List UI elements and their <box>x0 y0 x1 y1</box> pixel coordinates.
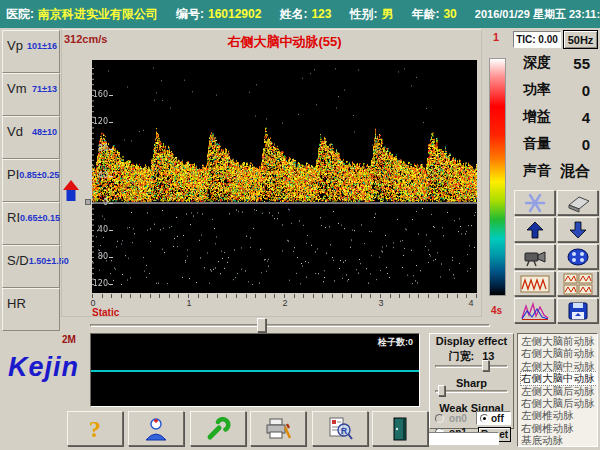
vd-cell: Vd 48±10 <box>2 116 60 159</box>
spectrum-peaks-icon <box>520 301 550 321</box>
page-indicator: 1 <box>493 31 499 43</box>
on0-radio[interactable] <box>435 414 444 423</box>
vm-cell: Vm 71±13 <box>2 73 60 116</box>
vm-label: Vm <box>7 81 27 96</box>
spectrum-analysis-button[interactable] <box>514 298 555 323</box>
sd-cell: S/D 1.50±1.50 <box>2 245 60 288</box>
vd-value: 48±10 <box>32 124 57 137</box>
pi-value: 0.85±0.25 <box>19 167 59 180</box>
age-label: 年龄: <box>411 6 439 23</box>
svg-text:?: ? <box>89 416 101 442</box>
gain-value: 4 <box>582 109 590 126</box>
eraser-icon <box>565 193 591 213</box>
datetime: 2016/01/29 星期五 23:11:54 <box>475 7 600 22</box>
printer-icon <box>263 416 293 442</box>
artery-item[interactable]: 左侧大脑前动脉 <box>521 335 597 347</box>
patient-name-label: 姓名: <box>279 6 307 23</box>
tools-button[interactable] <box>190 411 246 446</box>
single-trace-icon <box>520 274 550 294</box>
freeze-button[interactable] <box>514 190 555 215</box>
print-button[interactable] <box>250 411 306 446</box>
patient-id-label: 编号: <box>176 6 204 23</box>
doctor-icon <box>142 416 170 442</box>
mmode-label: 2M <box>62 334 76 345</box>
x-tick-3: 3 <box>375 298 387 308</box>
depth-down-button[interactable] <box>557 217 598 242</box>
baseline-knob[interactable] <box>85 199 91 205</box>
arrow-up-icon <box>525 220 545 240</box>
x-tick-1: 1 <box>183 298 195 308</box>
film-reel-icon <box>565 246 591 268</box>
video-camera-icon <box>522 247 548 267</box>
gain-row: 增益 4 <box>515 106 598 128</box>
artery-item[interactable]: 右侧大脑中动脉 <box>521 372 597 384</box>
hr-label: HR <box>7 296 26 311</box>
static-status-label: Static <box>92 307 119 318</box>
weak-signal-on0[interactable]: on0 <box>435 412 467 424</box>
artery-item[interactable]: 左侧大脑中动脉 <box>521 360 597 372</box>
filter-frequency-button[interactable]: 50Hz <box>563 30 598 49</box>
emboli-monitor-panel: 栓子数:0 <box>90 333 420 407</box>
hospital-label: 医院: <box>6 6 34 23</box>
volume-value: 0 <box>582 136 590 153</box>
sd-label: S/D <box>7 253 29 268</box>
gender-label: 性别: <box>349 6 377 23</box>
off-radio[interactable] <box>480 414 489 423</box>
x-tick-4: 4 <box>465 298 477 308</box>
sound-value: 混合 <box>560 162 590 181</box>
doppler-spectrum-canvas[interactable] <box>92 60 477 293</box>
exit-door-icon <box>390 416 410 442</box>
artery-item[interactable]: 左侧大脑后动脉 <box>521 385 597 397</box>
artery-list[interactable]: 左侧大脑前动脉 右侧大脑前动脉 左侧大脑中动脉 右侧大脑中动脉 左侧大脑后动脉 … <box>517 333 598 447</box>
display-effect-title: Display effect <box>430 334 513 347</box>
display-effect-panel: Display effect 门宽: 13 Sharp Weak Signal … <box>429 333 514 429</box>
camera-button[interactable] <box>514 244 555 269</box>
on0-label: on0 <box>449 413 467 424</box>
report-review-button[interactable]: R <box>312 411 368 446</box>
off-label: off <box>491 413 504 424</box>
spectrum-title: 右侧大脑中动脉(55) <box>92 33 477 51</box>
artery-item[interactable]: 右侧椎动脉 <box>521 422 597 434</box>
x-tick-2: 2 <box>279 298 291 308</box>
gate-width-label: 门宽: <box>449 350 475 362</box>
gate-width-thumb[interactable] <box>482 360 489 371</box>
message-field <box>428 432 499 445</box>
sound-row: 声音 混合 <box>515 160 598 182</box>
tcd-application-window: 医院: 南京科进实业有限公司 编号: 16012902 姓名: 123 性别: … <box>0 0 600 450</box>
erase-button[interactable] <box>557 190 598 215</box>
gate-width-track[interactable] <box>435 365 508 368</box>
snowflake-icon <box>523 192 547 214</box>
report-magnifier-icon: R <box>326 416 354 442</box>
film-reel-button[interactable] <box>557 244 598 269</box>
age-value: 30 <box>443 7 456 21</box>
depth-up-button[interactable] <box>514 217 555 242</box>
weak-signal-off[interactable]: off <box>476 411 511 425</box>
artery-item[interactable]: 基底动脉 <box>521 434 597 446</box>
quad-trace-icon <box>563 273 593 295</box>
artery-item[interactable]: 右侧大脑前动脉 <box>521 347 597 359</box>
vp-cell: Vp 101±16 <box>2 30 60 73</box>
volume-row: 音量 0 <box>515 133 598 155</box>
vd-label: Vd <box>7 124 23 139</box>
gain-label: 增益 <box>523 108 551 126</box>
artery-item[interactable]: 左侧椎动脉 <box>521 409 597 421</box>
baseline-marker-icon[interactable] <box>63 180 79 205</box>
save-button[interactable] <box>557 298 598 323</box>
sharp-thumb[interactable] <box>438 385 445 396</box>
kejin-logo: Kejin <box>8 352 79 383</box>
spectrum-scroll-track[interactable] <box>90 324 490 327</box>
vp-label: Vp <box>7 38 23 53</box>
help-button[interactable]: ? <box>67 411 123 446</box>
spectrum-scroll-thumb[interactable] <box>257 318 266 332</box>
exit-button[interactable] <box>372 411 428 446</box>
single-display-button[interactable] <box>514 271 555 296</box>
patient-info-button[interactable] <box>128 411 184 446</box>
emboli-count-label: 栓子数:0 <box>378 336 413 349</box>
patient-name-value: 123 <box>311 7 331 21</box>
sweep-time-label: 4s <box>491 305 502 316</box>
quad-display-button[interactable] <box>557 271 598 296</box>
artery-item[interactable]: 右侧大脑后动脉 <box>521 397 597 409</box>
tic-field: TIC: 0.00 <box>513 31 561 48</box>
sharp-track[interactable] <box>435 390 508 393</box>
depth-value: 55 <box>573 55 590 72</box>
